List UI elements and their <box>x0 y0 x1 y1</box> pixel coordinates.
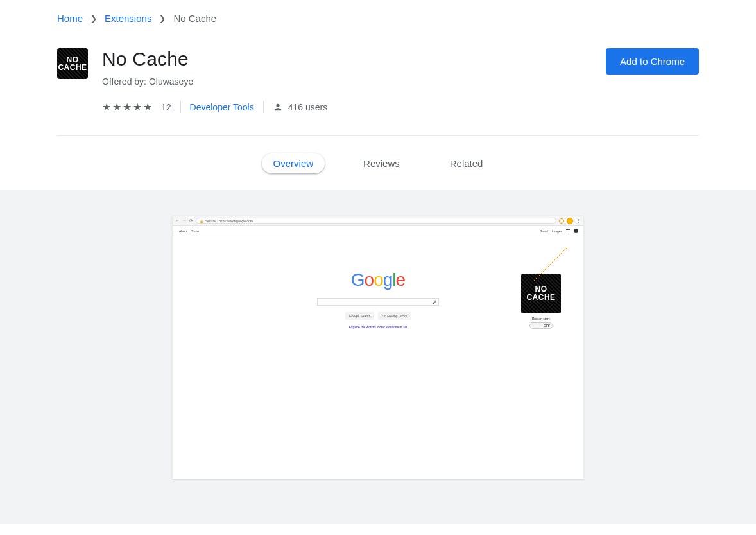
extension-icon: NO CACHE <box>57 48 88 79</box>
icon-text-line2: CACHE <box>58 64 87 71</box>
avatar-icon <box>574 229 578 233</box>
address-bar: 🔒 Secure | https://www.google.com <box>196 218 556 224</box>
extension-title: No Cache <box>102 48 592 70</box>
nav-store: Store <box>191 229 199 233</box>
search-box: 🎤 <box>317 298 439 306</box>
back-icon: ← <box>175 218 180 223</box>
feeling-lucky-button: I'm Feeling Lucky <box>378 312 411 320</box>
rating-stars[interactable]: ★ ★ ★ ★ ★ <box>102 101 152 113</box>
add-to-chrome-button[interactable]: Add to Chrome <box>606 48 699 75</box>
breadcrumb-extensions[interactable]: Extensions <box>105 13 151 24</box>
extension-toolbar-icon <box>567 218 573 224</box>
nav-gmail: Gmail <box>540 229 548 233</box>
chevron-right-icon: ❯ <box>90 14 97 23</box>
extension-header: NO CACHE No Cache Offered by: Oluwaseye … <box>57 35 699 136</box>
offered-by: Offered by: Oluwaseye <box>102 76 592 87</box>
tabs: Overview Reviews Related <box>57 136 699 190</box>
extension-badge-icon <box>559 218 564 224</box>
url-text: https://www.google.com <box>219 219 253 223</box>
separator <box>263 101 264 113</box>
offered-by-name: Oluwaseye <box>149 76 193 87</box>
offered-by-prefix: Offered by: <box>102 76 149 87</box>
tab-related[interactable]: Related <box>438 153 495 173</box>
lock-icon: 🔒 <box>200 219 203 223</box>
breadcrumb: Home ❯ Extensions ❯ No Cache <box>57 0 699 35</box>
nav-images: Images <box>552 229 562 233</box>
forward-icon: → <box>182 218 187 223</box>
tab-overview[interactable]: Overview <box>262 153 325 173</box>
tab-reviews[interactable]: Reviews <box>352 153 411 173</box>
user-count-text: 416 users <box>288 102 327 112</box>
separator <box>180 101 181 113</box>
meta-row: ★ ★ ★ ★ ★ 12 Developer Tools 416 users <box>102 101 592 113</box>
star-icon: ★ <box>112 101 121 113</box>
explore-link: Explore the world's iconic locations in … <box>349 325 407 329</box>
star-icon: ★ <box>143 101 152 113</box>
page-top-nav: About Store Gmail Images <box>173 226 583 236</box>
microphone-icon: 🎤 <box>432 300 436 304</box>
google-logo: Google <box>351 270 405 290</box>
star-icon: ★ <box>123 101 132 113</box>
browser-toolbar: ← → ⟳ 🔒 Secure | https://www.google.com … <box>173 216 583 226</box>
popup-logo: NO CACHE <box>521 274 561 313</box>
apps-grid-icon <box>566 229 570 233</box>
extension-screenshot: ← → ⟳ 🔒 Secure | https://www.google.com … <box>173 216 583 479</box>
breadcrumb-home[interactable]: Home <box>57 13 83 24</box>
secure-label: Secure <box>205 219 216 223</box>
rating-count[interactable]: 12 <box>161 102 171 112</box>
star-icon: ★ <box>102 101 111 113</box>
category-link[interactable]: Developer Tools <box>190 102 254 112</box>
page-body: Google 🎤 Google Search I'm Feeling Lucky… <box>173 236 583 479</box>
popup-run-on-start-label: Run on start: <box>532 317 551 320</box>
kebab-menu-icon: ⋮ <box>576 218 581 224</box>
nav-about: About <box>179 229 187 233</box>
reload-icon: ⟳ <box>189 218 193 224</box>
google-search-button: Google Search <box>345 312 374 320</box>
popup-toggle: OFF <box>529 322 553 329</box>
extension-popup: NO CACHE Run on start: OFF <box>519 274 563 329</box>
star-icon: ★ <box>133 101 142 113</box>
chevron-right-icon: ❯ <box>159 14 166 23</box>
overview-section: ← → ⟳ 🔒 Secure | https://www.google.com … <box>0 190 756 524</box>
breadcrumb-current: No Cache <box>173 13 216 24</box>
user-count: 416 users <box>273 102 327 112</box>
person-icon <box>273 102 283 112</box>
